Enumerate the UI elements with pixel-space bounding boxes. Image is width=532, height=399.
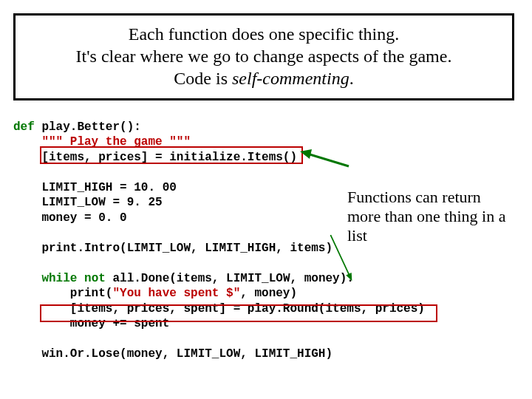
code-l9-pre: print( (13, 287, 112, 300)
arrow-icon-top (299, 148, 350, 168)
title-box: Each function does one specific thing. I… (13, 13, 514, 100)
kw-def: def (13, 120, 35, 134)
code-blank-1 (13, 166, 21, 179)
code-l4: LIMIT_HIGH = 10. 00 (13, 181, 177, 194)
title-line-2: It's clear where we go to change aspects… (24, 45, 503, 67)
title-line-3-pre: Code is (174, 69, 232, 88)
code-blank-4 (13, 332, 21, 346)
code-l8-pre (13, 272, 41, 285)
kw-while: while (41, 272, 77, 285)
code-l8-sp (77, 272, 84, 285)
svg-line-0 (307, 154, 349, 166)
kw-not: not (84, 272, 106, 285)
title-line-3-italic: self-commenting (232, 69, 349, 88)
svg-marker-1 (300, 149, 312, 159)
svg-marker-3 (346, 273, 355, 282)
highlight-box-initialize (40, 146, 303, 164)
code-l6: money = 0. 0 (13, 211, 127, 225)
code-l8-rest: all.Done(items, LIMIT_LOW, money): (106, 272, 354, 285)
slide: Each function does one specific thing. I… (0, 0, 532, 399)
code-l12: win.Or.Lose(money, LIMIT_LOW, LIMIT_HIGH… (13, 347, 332, 361)
code-l7: print.Intro(LIMIT_LOW, LIMIT_HIGH, items… (13, 242, 332, 255)
code-l9-post: , money) (240, 287, 297, 300)
title-line-3: Code is self-commenting. (24, 67, 503, 89)
code-l9-str: "You have spent $" (112, 287, 240, 300)
code-blank-3 (13, 256, 21, 270)
side-note: Functions can return more than one thing… (347, 188, 514, 245)
code-blank-2 (13, 226, 21, 239)
code-l5: LIMIT_LOW = 9. 25 (13, 196, 163, 209)
title-line-1: Each function does one specific thing. (24, 23, 503, 45)
code-l1-rest: play.Better(): (35, 120, 141, 134)
highlight-box-playround (40, 304, 437, 322)
title-line-3-post: . (349, 69, 354, 88)
